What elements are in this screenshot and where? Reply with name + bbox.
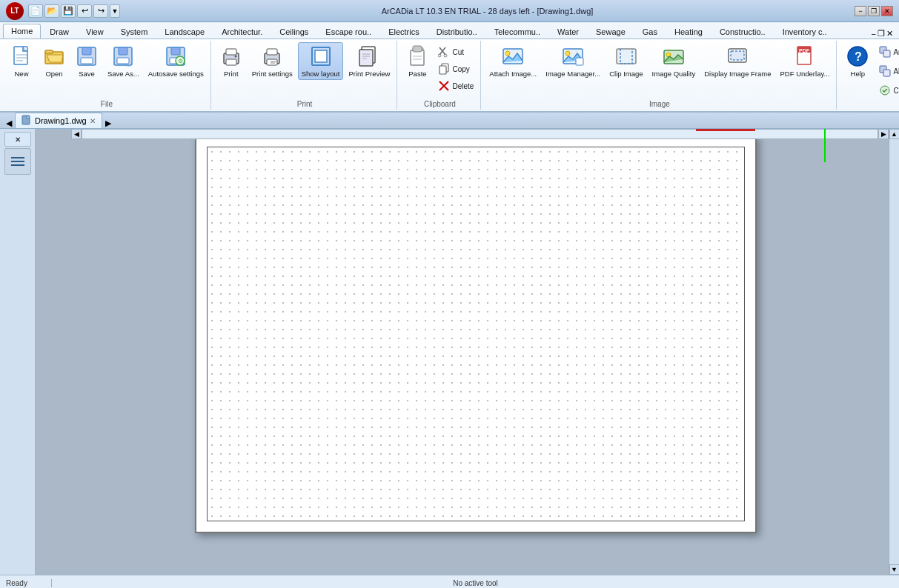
image-manager-label: Image Manager...: [545, 70, 600, 78]
clip-image-button[interactable]: Clip Image: [606, 42, 646, 80]
autosave-icon: ⚙: [164, 44, 188, 68]
tab-distribution[interactable]: Distributio..: [428, 24, 485, 39]
drawing-status-text: Ready: [0, 579, 52, 587]
paste-button[interactable]: Paste: [402, 42, 433, 80]
svg-rect-28: [315, 50, 327, 62]
image-manager-button[interactable]: Image Manager...: [542, 42, 604, 80]
file-group-label: File: [6, 98, 208, 108]
tab-gas[interactable]: Gas: [634, 24, 666, 39]
image-quality-label: Image Quality: [652, 70, 696, 78]
scroll-down-arrow[interactable]: ▼: [889, 564, 900, 575]
svg-rect-65: [883, 70, 890, 76]
doc-tab-close-btn[interactable]: ✕: [90, 117, 96, 125]
tab-electrics[interactable]: Electrics: [380, 24, 428, 39]
win-restore-btn[interactable]: ❐: [868, 6, 880, 16]
quick-access-undo[interactable]: ↩: [77, 4, 92, 18]
svg-rect-51: [576, 58, 583, 65]
inner-win-minimize[interactable]: −: [872, 30, 876, 39]
svg-rect-14: [171, 47, 180, 55]
title-bar: LT 📄 📂 💾 ↩ ↪ ▼ ArCADia LT 10.3 EN TRIAL …: [0, 0, 899, 22]
sidebar-close-btn[interactable]: ✕: [4, 132, 31, 147]
tab-home[interactable]: Home: [3, 24, 41, 39]
win-close-btn[interactable]: ✕: [881, 6, 893, 16]
quick-access-save[interactable]: 💾: [61, 4, 76, 18]
new-button[interactable]: New: [6, 42, 37, 80]
scroll-left-tab[interactable]: ◀: [3, 118, 15, 128]
svg-rect-20: [226, 59, 236, 65]
quick-access-new[interactable]: 📄: [28, 4, 43, 18]
save-button[interactable]: Save: [71, 42, 102, 80]
pdf-underlay-label: PDF Underlay...: [780, 70, 830, 78]
ribbon: Home Draw View System Landscape Architec…: [0, 22, 899, 113]
print-button[interactable]: Print: [216, 42, 247, 80]
tab-landscape[interactable]: Landscape: [156, 24, 213, 39]
top-scroll-bar[interactable]: [82, 129, 878, 139]
print-settings-button[interactable]: Print settings: [248, 42, 296, 80]
tab-inventory[interactable]: Inventory c..: [774, 24, 835, 39]
app-logo: LT: [6, 2, 24, 20]
svg-rect-52: [617, 49, 636, 64]
open-button[interactable]: Open: [39, 42, 70, 80]
tab-escape[interactable]: Escape rou..: [317, 24, 379, 39]
help-button[interactable]: ? Help: [841, 42, 874, 80]
top-scroll-arrow-right[interactable]: ▶: [878, 129, 889, 139]
cut-copy-delete-col: Cut Copy Delete: [434, 44, 477, 94]
image-quality-button[interactable]: Image Quality: [648, 42, 700, 80]
help-label: Help: [851, 70, 866, 78]
save-as-button[interactable]: ... Save As...: [104, 42, 143, 80]
svg-rect-19: [226, 49, 236, 55]
copy-button[interactable]: Copy: [434, 61, 477, 77]
pdf-underlay-icon: PDF: [793, 44, 817, 68]
scroll-right-tab[interactable]: ▶: [102, 118, 114, 128]
canvas-drawing-area[interactable]: [207, 147, 745, 521]
sidebar-lines-icon[interactable]: [4, 148, 31, 175]
help-links-col: ArCADia LT™ on the Web About ˜ArCADia LT…: [875, 44, 899, 98]
tab-telecomm[interactable]: Telecommu..: [486, 24, 548, 39]
autosave-button[interactable]: ⚙ Autosave settings: [145, 42, 208, 80]
tab-draw[interactable]: Draw: [42, 24, 77, 39]
quick-access-dropdown[interactable]: ▼: [110, 4, 120, 18]
print-preview-icon: [357, 44, 381, 68]
delete-button[interactable]: Delete: [434, 78, 477, 94]
tab-construction[interactable]: Constructio..: [711, 24, 774, 39]
tab-sewage[interactable]: Sewage: [588, 24, 634, 39]
arcadia-web-button[interactable]: ArCADia LT™ on the Web: [875, 44, 899, 60]
tab-view[interactable]: View: [78, 24, 112, 39]
attach-image-button[interactable]: Attach Image...: [485, 42, 540, 80]
ribbon-group-image: Attach Image... Image Manager... Clip Im…: [482, 41, 837, 110]
tab-heating[interactable]: Heating: [666, 24, 711, 39]
canvas-container[interactable]: ◀ ▶: [36, 129, 889, 575]
about-button[interactable]: About ˜ArCADia LT: [875, 63, 899, 79]
svg-rect-67: [22, 116, 30, 124]
copy-icon: [438, 63, 450, 75]
inner-win-restore[interactable]: ❐: [878, 29, 885, 39]
svg-rect-30: [359, 50, 373, 66]
display-frame-button[interactable]: Display Image Frame: [700, 42, 774, 80]
tab-architecture[interactable]: Architectur.: [213, 24, 271, 39]
clipboard-group-label: Clipboard: [402, 98, 477, 108]
win-minimize-btn[interactable]: −: [855, 6, 866, 16]
ribbon-tab-bar: Home Draw View System Landscape Architec…: [0, 22, 899, 39]
tab-system[interactable]: System: [113, 24, 156, 39]
cut-icon: [438, 46, 450, 58]
inner-win-close[interactable]: ✕: [886, 29, 893, 39]
save-icon: [75, 44, 99, 68]
svg-point-50: [565, 51, 570, 56]
document-tab[interactable]: Drawing1.dwg ✕: [15, 113, 102, 128]
svg-text:...: ...: [126, 61, 131, 68]
top-scroll-arrow-left[interactable]: ◀: [71, 129, 82, 139]
pdf-underlay-button[interactable]: PDF PDF Underlay...: [777, 42, 834, 80]
clipboard-group-items: Paste Cut Copy: [402, 42, 477, 98]
tab-ceilings[interactable]: Ceilings: [271, 24, 316, 39]
quick-access-open[interactable]: 📂: [44, 4, 59, 18]
ribbon-group-help: ? Help ArCADia LT™ on the Web: [838, 41, 899, 110]
scroll-up-arrow[interactable]: ▲: [889, 129, 900, 139]
about-label: About ˜ArCADia LT: [893, 67, 899, 76]
cut-button[interactable]: Cut: [434, 44, 477, 60]
tab-water[interactable]: Water: [549, 24, 587, 39]
show-layout-button[interactable]: Show layout: [298, 42, 344, 80]
quick-access-redo[interactable]: ↪: [93, 4, 108, 18]
print-preview-button[interactable]: Print Preview: [345, 42, 394, 80]
check-updates-button[interactable]: Check updates: [875, 82, 899, 98]
paste-label: Paste: [408, 70, 426, 78]
